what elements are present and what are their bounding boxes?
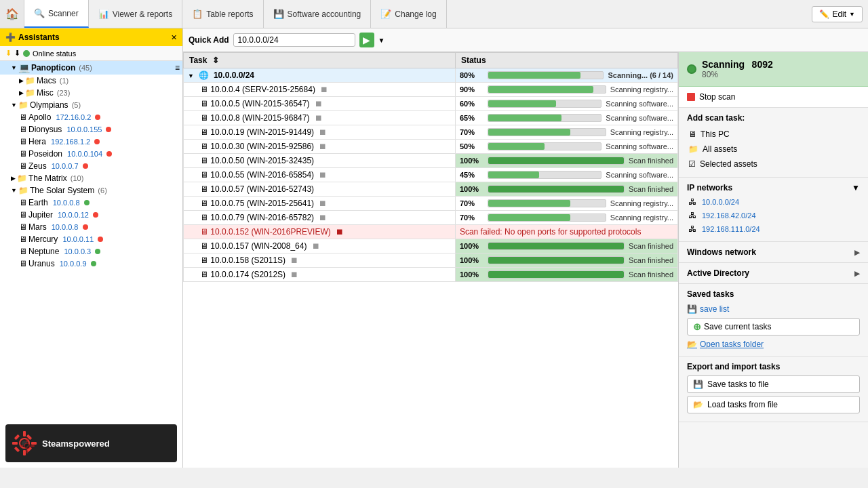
stop-task-icon[interactable]: ⏹	[315, 113, 323, 123]
stop-task-icon[interactable]: ⏹	[319, 199, 327, 208]
task-cell: 🖥 10.0.0.5 (WIN-2015-36547) ⏹	[184, 97, 456, 111]
sidebar-close[interactable]: ✕	[171, 33, 177, 42]
host-icon: 🖥	[200, 270, 208, 279]
gear-logo-icon	[11, 430, 38, 457]
progress-fill	[488, 200, 570, 207]
sidebar-item-uranus[interactable]: 🖥 Uranus 10.0.0.9	[0, 258, 182, 270]
sidebar-item-earth[interactable]: 🖥 Earth 10.0.0.8	[0, 197, 182, 209]
this-pc-item[interactable]: 🖥 This PC	[687, 127, 860, 142]
all-assets-icon: 📁	[688, 144, 698, 154]
windows-network-section[interactable]: Windows network ▶	[679, 242, 868, 263]
filter-icon-yellow[interactable]: ⬇	[5, 49, 12, 58]
sidebar-item-mercury[interactable]: 🖥 Mercury 10.0.0.11	[0, 233, 182, 245]
dropdown-arrow[interactable]: ▼	[378, 37, 385, 44]
tab-scanner[interactable]: 🔍 Scanner	[24, 0, 89, 28]
sidebar-item-the-matrix[interactable]: ▶ 📁 The Matrix (10)	[0, 172, 182, 184]
network-item-3[interactable]: 🖧 192.168.111.0/24	[687, 222, 860, 236]
save-tasks-to-file-button[interactable]: 💾 Save tasks to file	[687, 375, 860, 393]
tab-changelog[interactable]: 📝 Change log	[371, 0, 446, 28]
stop-task-icon[interactable]: ⏹	[319, 142, 327, 151]
task-cell: 🖥 10.0.0.19 (WIN-2015-91449) ⏹	[184, 125, 456, 140]
progress-bar	[488, 256, 625, 264]
sidebar-item-olympians[interactable]: ▼ 📁 Olympians (5)	[0, 99, 182, 111]
earth-status	[84, 200, 90, 205]
svg-rect-4	[31, 442, 37, 445]
save-list-button[interactable]: 💾 save list	[687, 303, 860, 315]
sidebar-item-macs[interactable]: ▶ 📁 Macs (1)	[0, 75, 182, 87]
table-row: 🖥 10.0.0.19 (WIN-2015-91449) ⏹ 70% Scann…	[184, 125, 678, 140]
network-item-2[interactable]: 🖧 192.168.42.0/24	[687, 209, 860, 222]
load-file-icon: 📂	[693, 400, 703, 409]
filter-icon-white[interactable]: ⬇	[14, 49, 20, 58]
ip-networks-collapse[interactable]: ▼	[852, 183, 860, 192]
sidebar-item-panopticon[interactable]: ▼ 💻 Panopticon (45) ≡	[0, 61, 182, 75]
collapse-icon[interactable]: ▼	[188, 73, 194, 79]
edit-button[interactable]: ✏️ Edit ▼	[812, 6, 863, 22]
scan-percent: 80%	[702, 70, 773, 79]
save-current-tasks-button[interactable]: ⊕ Save current tasks	[687, 318, 860, 336]
task-cell: 🖥 10.0.0.79 (WIN-2016-65782) ⏹	[184, 211, 456, 225]
sidebar-item-poseidon[interactable]: 🖥 Poseidon 10.0.0.104	[0, 148, 182, 160]
dionysus-status	[106, 127, 111, 132]
selected-assets-item[interactable]: ☑ Selected assets	[687, 157, 860, 171]
host-icon: 🖥	[200, 256, 208, 265]
uranus-status	[91, 261, 96, 266]
poseidon-icon: 🖥	[19, 149, 27, 159]
stop-task-icon[interactable]: ⏹	[319, 170, 327, 180]
sidebar-item-mars[interactable]: 🖥 Mars 10.0.0.8	[0, 221, 182, 233]
progress-fill	[488, 143, 545, 150]
stop-task-icon[interactable]: ⏹	[315, 99, 323, 108]
task-cell: 🖥 10.0.0.57 (WIN-2016-52743)	[184, 182, 456, 197]
status-cell: 60% Scanning software...	[455, 97, 677, 111]
progress-fill	[488, 243, 624, 249]
sidebar-item-neptune[interactable]: 🖥 Neptune 10.0.0.3	[0, 245, 182, 258]
progress-fill	[488, 257, 624, 264]
network-icon: 🌐	[199, 70, 209, 80]
panopticon-options[interactable]: ≡	[175, 63, 180, 73]
tab-software[interactable]: 💾 Software accounting	[264, 0, 372, 28]
progress-fill	[488, 86, 593, 93]
progress-bar	[488, 270, 625, 279]
home-button[interactable]: 🏠	[0, 0, 24, 28]
table-row: 🖥 10.0.0.157 (WIN-2008_64) ⏹ 100% Scan f…	[184, 239, 678, 253]
stop-scan-label: Stop scan	[699, 92, 735, 102]
sidebar-item-zeus[interactable]: 🖥 Zeus 10.0.0.7	[0, 160, 182, 172]
sort-icon[interactable]: ⇕	[212, 56, 219, 65]
sidebar-item-solar-system[interactable]: ▼ 📁 The Solar System (6)	[0, 184, 182, 197]
progress-fill	[488, 72, 580, 79]
progress-bar	[488, 85, 606, 94]
split-pane: Task ⇕ Status ▼ 🌐 10.0.0.0/24	[183, 52, 868, 468]
network-item-1[interactable]: 🖧 10.0.0.0/24	[687, 195, 860, 209]
progress-fill	[488, 214, 570, 221]
stop-task-icon[interactable]: ⏹	[290, 270, 298, 279]
active-directory-section[interactable]: Active Directory ▶	[679, 263, 868, 284]
top-nav: 🏠 🔍 Scanner 📊 Viewer & reports 📋 Table r…	[0, 0, 868, 28]
table-row: 🖥 10.0.0.57 (WIN-2016-52743) 100% Scan f…	[184, 182, 678, 197]
status-cell: 100% Scan finished	[455, 154, 677, 168]
load-tasks-from-file-button[interactable]: 📂 Load tasks from file	[687, 396, 860, 413]
table-row: 🖥 10.0.0.4 (SERV-2015-25684) ⏹ 90% Scann…	[184, 83, 678, 97]
stop-task-icon[interactable]: ⏹	[312, 241, 320, 251]
all-assets-item[interactable]: 📁 All assets	[687, 142, 860, 157]
sidebar-item-apollo[interactable]: 🖥 Apollo 172.16.0.2	[0, 111, 182, 123]
status-cell: 100% Scan finished	[455, 239, 677, 253]
sidebar-item-dionysus[interactable]: 🖥 Dionysus 10.0.0.155	[0, 123, 182, 136]
svg-rect-1	[23, 431, 26, 436]
table-row: 🖥 10.0.0.158 (S2011S) ⏹ 100% Scan finish…	[184, 253, 678, 268]
stop-scan-button[interactable]: Stop scan	[679, 87, 868, 108]
sidebar-item-hera[interactable]: 🖥 Hera 192.168.1.2	[0, 136, 182, 148]
quick-add-input[interactable]	[233, 33, 355, 47]
sidebar-item-jupiter[interactable]: 🖥 Jupiter 10.0.0.12	[0, 209, 182, 221]
stop-task-icon[interactable]: ⏹	[336, 227, 344, 237]
quick-add-go-button[interactable]: ▶	[359, 33, 374, 47]
status-cell: 50% Scanning software...	[455, 140, 677, 154]
tab-viewer[interactable]: 📊 Viewer & reports	[89, 0, 182, 28]
olympians-expand: ▼	[11, 102, 17, 108]
stop-task-icon[interactable]: ⏹	[290, 256, 298, 265]
stop-task-icon[interactable]: ⏹	[319, 127, 327, 137]
open-tasks-folder-button[interactable]: 📂 Open tasks folder	[687, 338, 860, 350]
sidebar-item-misc[interactable]: ▶ 📁 Misc (23)	[0, 87, 182, 99]
stop-task-icon[interactable]: ⏹	[320, 85, 328, 94]
stop-task-icon[interactable]: ⏹	[319, 213, 327, 222]
tab-table-reports[interactable]: 📋 Table reports	[182, 0, 263, 28]
